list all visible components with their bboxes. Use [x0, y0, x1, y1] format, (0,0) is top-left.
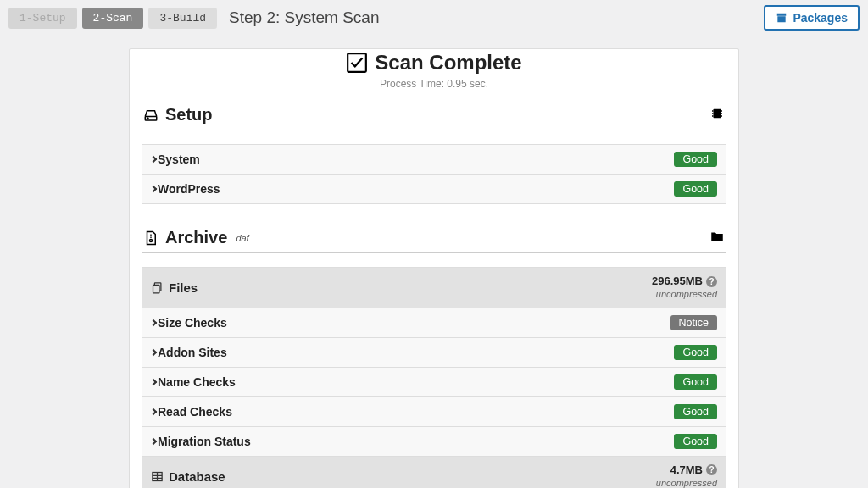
copy-icon	[151, 281, 164, 294]
files-size: 296.95MB	[652, 275, 703, 287]
file-archive-icon	[143, 230, 159, 246]
section-archive-header: Archive daf	[142, 223, 726, 253]
archive-icon	[776, 12, 787, 24]
step-1-setup[interactable]: 1-Setup	[8, 8, 77, 29]
database-size-meta: 4.7MB ? uncompressed	[656, 463, 717, 488]
step-title: Step 2: System Scan	[229, 8, 379, 27]
scan-complete-header: Scan Complete Process Time: 0.95 sec.	[142, 49, 726, 90]
caret-right-icon	[150, 186, 157, 192]
svg-point-4	[150, 239, 153, 241]
status-badge: Good	[674, 434, 717, 449]
step-2-scan[interactable]: 2-Scan	[82, 8, 144, 29]
subheader-database[interactable]: Database 4.7MB ? uncompressed	[142, 457, 726, 488]
caret-right-icon	[150, 379, 157, 385]
database-size-note: uncompressed	[656, 478, 717, 488]
status-badge: Good	[674, 345, 717, 360]
files-size-note: uncompressed	[656, 289, 717, 299]
row-wordpress[interactable]: WordPress Good	[142, 175, 726, 204]
help-icon[interactable]: ?	[706, 464, 717, 475]
status-badge: Good	[674, 374, 717, 390]
status-badge: Good	[674, 404, 717, 419]
caret-right-icon	[150, 349, 157, 356]
svg-rect-6	[153, 285, 160, 292]
files-size-meta: 296.95MB ? uncompressed	[652, 274, 717, 301]
chip-icon	[709, 106, 725, 124]
status-badge: Good	[674, 152, 717, 167]
row-migration-status[interactable]: Migration Status Good	[142, 427, 726, 457]
archive-suffix: daf	[236, 233, 248, 243]
packages-button-label: Packages	[793, 11, 848, 25]
caret-right-icon	[150, 319, 157, 326]
help-icon[interactable]: ?	[706, 276, 717, 287]
svg-rect-0	[348, 53, 366, 72]
step-navigation: 1-Setup 2-Scan 3-Build Step 2: System Sc…	[0, 0, 868, 36]
database-size: 4.7MB	[670, 464, 703, 476]
row-migration-status-label: Migration Status	[158, 435, 251, 448]
caret-right-icon	[150, 408, 157, 415]
status-badge: Good	[674, 181, 717, 197]
section-setup-header: Setup	[142, 100, 726, 130]
row-size-checks-label: Size Checks	[158, 316, 227, 330]
process-time: Process Time: 0.95 sec.	[142, 78, 726, 90]
folder-icon	[709, 229, 725, 247]
row-system[interactable]: System Good	[142, 145, 726, 175]
section-archive-title: Archive	[165, 228, 227, 247]
svg-rect-3	[714, 109, 721, 119]
row-name-checks-label: Name Checks	[158, 375, 236, 389]
caret-right-icon	[150, 156, 157, 163]
row-read-checks-label: Read Checks	[158, 405, 232, 419]
row-name-checks[interactable]: Name Checks Good	[142, 368, 726, 397]
table-icon	[151, 470, 164, 483]
status-badge: Notice	[670, 315, 717, 330]
subheader-files-title: Files	[169, 280, 198, 295]
hdd-icon	[143, 108, 159, 123]
caret-right-icon	[150, 438, 157, 445]
row-read-checks[interactable]: Read Checks Good	[142, 397, 726, 427]
row-wordpress-label: WordPress	[158, 182, 220, 196]
row-addon-sites-label: Addon Sites	[158, 346, 227, 359]
scan-heading: Scan Complete	[375, 51, 521, 75]
scan-panel: Scan Complete Process Time: 0.95 sec. Se…	[129, 48, 739, 488]
row-size-checks[interactable]: Size Checks Notice	[142, 308, 726, 338]
check-square-icon	[346, 52, 368, 74]
step-3-build[interactable]: 3-Build	[148, 8, 217, 29]
subheader-database-title: Database	[169, 469, 225, 484]
packages-button[interactable]: Packages	[764, 5, 860, 30]
row-addon-sites[interactable]: Addon Sites Good	[142, 338, 726, 368]
subheader-files[interactable]: Files 296.95MB ? uncompressed	[142, 268, 726, 308]
svg-point-2	[147, 118, 149, 119]
section-setup-title: Setup	[165, 105, 213, 125]
row-system-label: System	[158, 152, 200, 166]
